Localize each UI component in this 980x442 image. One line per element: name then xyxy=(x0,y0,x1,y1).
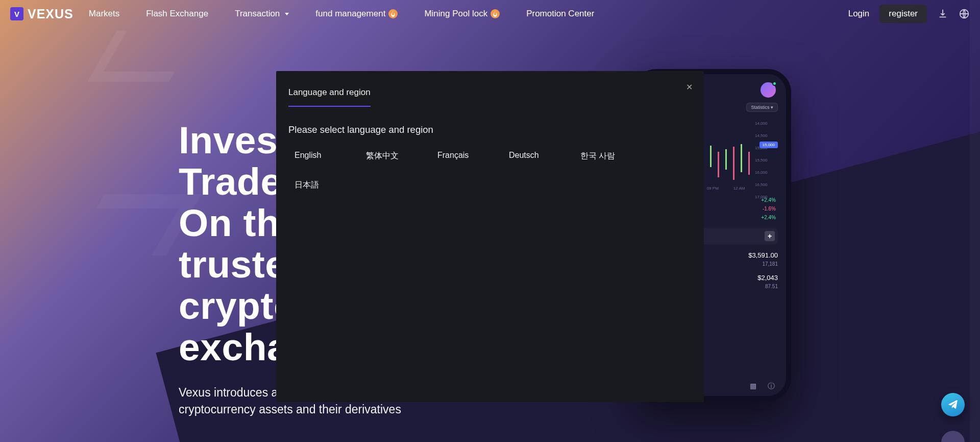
telegram-fab[interactable] xyxy=(941,393,965,416)
modal-overlay: Language and region ✕ Please select lang… xyxy=(0,0,980,442)
lang-english[interactable]: English xyxy=(288,147,360,166)
lang-german[interactable]: Deutsch xyxy=(503,147,574,166)
modal-tab-language[interactable]: Language and region xyxy=(288,87,371,107)
language-region-modal: Language and region ✕ Please select lang… xyxy=(276,71,704,402)
modal-prompt: Please select language and region xyxy=(288,124,692,135)
close-icon[interactable]: ✕ xyxy=(686,82,693,92)
lang-french[interactable]: Français xyxy=(431,147,503,166)
lang-japanese[interactable]: 日本語 xyxy=(288,176,360,195)
telegram-icon xyxy=(947,399,959,410)
lang-korean[interactable]: 한국 사람 xyxy=(574,147,646,166)
language-grid: English 繁体中文 Français Deutsch 한국 사람 日本語 xyxy=(288,147,692,195)
lang-traditional-chinese[interactable]: 繁体中文 xyxy=(360,147,431,166)
